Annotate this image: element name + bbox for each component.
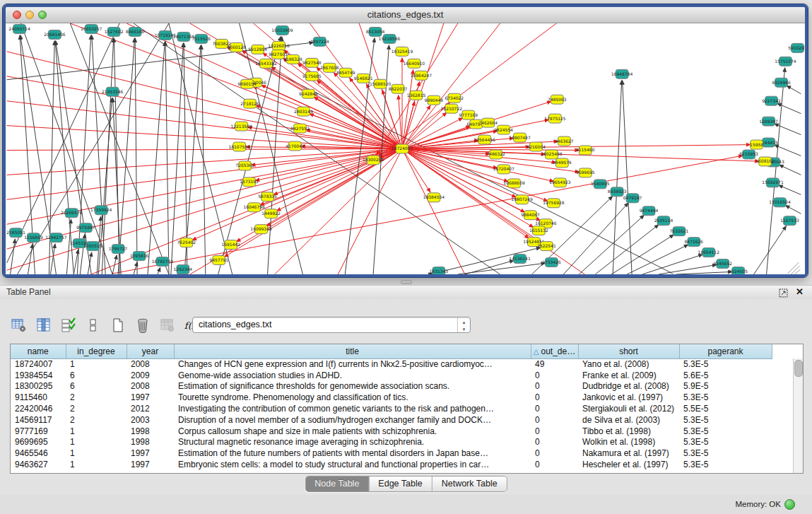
graph-node[interactable]: 19218586 — [379, 34, 401, 43]
graph-node[interactable]: 20691406 — [44, 30, 66, 39]
table-cell[interactable]: de Silva et al. (2003) — [578, 414, 679, 426]
table-cell[interactable]: Hescheler et al. (1997) — [578, 459, 679, 470]
graph-node[interactable]: 9457791 — [209, 256, 228, 265]
table-row[interactable]: 1938455462009Genome-wide association stu… — [11, 370, 793, 381]
close-window-button[interactable] — [13, 11, 21, 19]
table-cell[interactable]: 5.3E-5 — [679, 437, 772, 448]
table-row[interactable]: 1456911722003Disruption of a novel membe… — [11, 414, 793, 426]
table-cell[interactable]: Tibbo et al. (1998) — [578, 426, 679, 437]
graph-node[interactable]: 5912954 — [248, 45, 267, 54]
graph-node[interactable]: 2718126 — [240, 99, 259, 108]
table-cell[interactable]: Jankovic et al. (1997) — [578, 392, 679, 403]
graph-node[interactable]: 2935114 — [654, 216, 673, 226]
table-cell[interactable]: 18724007 — [11, 358, 66, 370]
table-cell[interactable]: 2 — [66, 403, 126, 414]
table-cell[interactable]: 9463627 — [11, 459, 66, 470]
graph-node[interactable]: 8215953 — [739, 150, 758, 159]
table-cell[interactable]: 1997 — [126, 392, 174, 403]
table-cell[interactable]: 0 — [531, 381, 578, 392]
graph-node[interactable]: 12942757 — [45, 233, 67, 243]
table-cell[interactable]: 9465546 — [11, 448, 66, 459]
tab-node-table[interactable]: Node Table — [305, 477, 368, 491]
graph-node[interactable]: 1350515 — [83, 242, 102, 251]
graph-node[interactable]: 9975887 — [76, 223, 95, 233]
divider-grip-icon[interactable] — [401, 280, 412, 284]
table-cell[interactable]: 5.9E-5 — [679, 381, 772, 392]
column-header-name[interactable]: name — [11, 344, 66, 358]
graph-node[interactable]: 7632621 — [670, 227, 689, 236]
table-cell[interactable]: 2003 — [126, 414, 174, 426]
table-cell[interactable]: 5.3E-5 — [679, 392, 772, 403]
graph-node[interactable]: 9990448 — [425, 95, 444, 105]
column-header-short[interactable]: short — [578, 344, 679, 358]
graph-node[interactable]: 1640995 — [591, 180, 610, 189]
table-cell[interactable]: 6 — [66, 381, 126, 392]
table-row[interactable]: 1872400712008Changes of HCN gene express… — [11, 358, 793, 370]
table-cell[interactable]: 0 — [531, 437, 578, 448]
float-panel-icon[interactable] — [779, 288, 788, 297]
graph-node[interactable]: 15958 — [750, 140, 763, 149]
table-cell[interactable]: Tourette syndrome. Phenomenology and cla… — [174, 392, 531, 403]
graph-node[interactable]: 1795727 — [109, 245, 128, 254]
graph-node[interactable]: 8454749 — [336, 68, 355, 77]
graph-node[interactable]: 9115460 — [576, 146, 595, 155]
table-row[interactable]: 946554611997Estimation of the future num… — [11, 448, 793, 459]
graph-node[interactable]: 6479197 — [623, 194, 642, 203]
graph-node[interactable]: 15751074 — [775, 57, 796, 66]
row-height-button[interactable] — [84, 316, 102, 334]
column-header-in_degree[interactable]: in_degree — [66, 344, 126, 358]
graph-node[interactable]: 20564456 — [473, 135, 495, 144]
table-cell[interactable]: 0 — [531, 392, 578, 403]
table-cell[interactable]: 2 — [66, 392, 126, 403]
graph-node[interactable]: 17975125 — [544, 114, 566, 123]
graph-node[interactable]: 1024505 — [729, 267, 748, 274]
graph-node[interactable]: 2522541 — [537, 242, 556, 251]
tab-edge-table[interactable]: Edge Table — [368, 477, 431, 491]
table-cell[interactable]: 1997 — [126, 459, 174, 470]
table-cell[interactable]: 2012 — [126, 403, 174, 414]
table-cell[interactable]: 1 — [66, 448, 126, 459]
new-column-button[interactable] — [109, 316, 127, 334]
table-cell[interactable]: Yano et al. (2008) — [578, 358, 679, 370]
graph-node[interactable]: 7265361 — [235, 161, 254, 170]
graph-node[interactable]: 18107554 — [228, 142, 250, 151]
select-columns-button[interactable] — [59, 316, 78, 334]
show-column-button[interactable] — [35, 316, 53, 334]
table-cell[interactable]: 1998 — [126, 426, 174, 437]
table-cell[interactable]: Changes of HCN gene expression and I(f) … — [174, 358, 531, 370]
graph-node[interactable]: 9329966 — [772, 78, 791, 87]
column-header-title[interactable]: title — [174, 344, 531, 358]
network-canvas[interactable]: 1872400718300295240557242069140610653257… — [6, 23, 805, 274]
table-cell[interactable]: 5.6E-5 — [679, 370, 772, 381]
table-cell[interactable]: 1 — [66, 437, 126, 448]
minimize-window-button[interactable] — [25, 11, 34, 19]
graph-node[interactable]: 1209387 — [759, 117, 778, 126]
table-cell[interactable]: 5.3E-5 — [679, 426, 772, 437]
graph-node[interactable]: 1733426 — [542, 258, 561, 267]
window-titlebar[interactable]: citations_edges.txt — [6, 7, 805, 23]
graph-node[interactable]: 1615132 — [529, 226, 548, 235]
graph-node[interactable]: 12213589 — [230, 122, 252, 131]
graph-node[interactable]: 1167533 — [780, 216, 799, 226]
graph-node[interactable]: 7515526 — [192, 34, 211, 43]
graph-node[interactable]: 17359924 — [90, 206, 112, 215]
table-cell[interactable]: 49 — [531, 358, 578, 370]
graph-node[interactable]: 5878335 — [258, 192, 277, 201]
graph-node[interactable]: 18325419 — [392, 47, 413, 56]
citation-network-graph[interactable]: 1872400718300295240557242069140610653257… — [6, 23, 805, 274]
close-panel-icon[interactable]: ✕ — [796, 286, 804, 297]
graph-node[interactable]: 1449822 — [261, 209, 281, 218]
delete-column-button[interactable] — [134, 316, 152, 334]
table-cell[interactable]: 9699695 — [11, 437, 66, 448]
graph-node[interactable]: 7485063 — [548, 95, 567, 104]
graph-node[interactable]: 5910297 — [788, 43, 805, 52]
graph-node[interactable]: 21053346 — [102, 87, 124, 96]
graph-node[interactable]: 10653257 — [81, 24, 102, 33]
graph-node[interactable]: 18807249 — [511, 195, 533, 204]
graph-node[interactable]: 19384554 — [423, 193, 445, 202]
table-cell[interactable]: Dudbridge et al. (2008) — [578, 381, 679, 392]
table-cell[interactable]: Estimation of the future numbers of pati… — [174, 448, 531, 459]
tab-network-table[interactable]: Network Table — [432, 477, 507, 491]
table-cell[interactable]: 2008 — [126, 358, 174, 370]
import-table-button[interactable] — [158, 316, 177, 334]
